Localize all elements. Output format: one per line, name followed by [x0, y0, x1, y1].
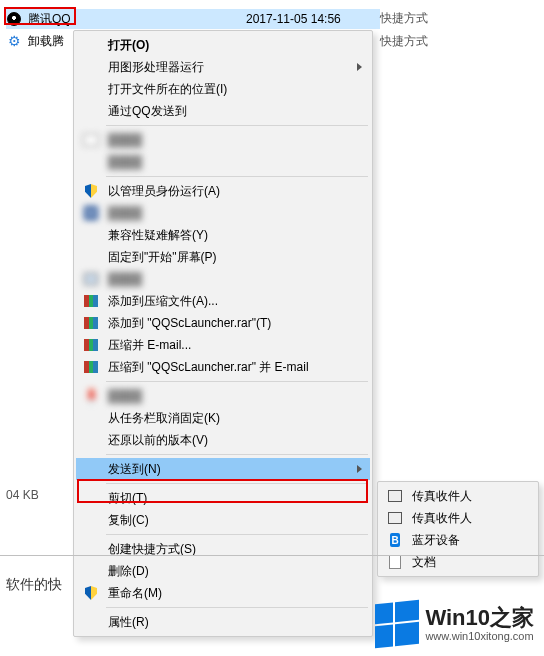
menu-open[interactable]: 打开(O): [76, 34, 370, 56]
menu-pin-start[interactable]: 固定到"开始"屏幕(P): [76, 246, 370, 268]
menu-blurred-2[interactable]: ████: [76, 151, 370, 173]
rar-icon: [82, 358, 100, 376]
menu-compress-email-to[interactable]: 压缩到 "QQScLauncher.rar" 并 E-mail: [76, 356, 370, 378]
file-name: 腾讯QQ: [28, 11, 71, 28]
chevron-right-icon: [357, 63, 362, 71]
menu-copy[interactable]: 复制(C): [76, 509, 370, 531]
bluetooth-icon: B: [386, 531, 404, 549]
menu-unpin-taskbar[interactable]: 从任务栏取消固定(K): [76, 407, 370, 429]
menu-create-shortcut[interactable]: 创建快捷方式(S): [76, 538, 370, 560]
menu-blurred-4[interactable]: ████: [76, 268, 370, 290]
menu-restore-versions[interactable]: 还原以前的版本(V): [76, 429, 370, 451]
separator: [106, 454, 368, 455]
rar-icon: [82, 314, 100, 332]
menu-send-to[interactable]: 发送到(N): [76, 458, 370, 480]
menu-add-rar[interactable]: 添加到 "QQScLauncher.rar"(T): [76, 312, 370, 334]
menu-troubleshoot[interactable]: 兼容性疑难解答(Y): [76, 224, 370, 246]
pin-icon: 📌: [78, 383, 103, 408]
menu-blurred-1[interactable]: ████: [76, 129, 370, 151]
file-date: 2017-11-05 14:56: [246, 12, 341, 26]
menu-compress-email[interactable]: 压缩并 E-mail...: [76, 334, 370, 356]
qq-icon: [6, 11, 22, 27]
file-type: 快捷方式: [380, 33, 428, 50]
rar-icon: [82, 336, 100, 354]
shield-icon: [82, 584, 100, 602]
windows-logo-icon: [375, 600, 419, 649]
separator: [106, 381, 368, 382]
separator: [106, 607, 368, 608]
menu-properties[interactable]: 属性(R): [76, 611, 370, 633]
submenu-fax1[interactable]: 传真收件人: [380, 485, 536, 507]
separator: [106, 176, 368, 177]
movie-icon: [82, 131, 100, 149]
separator: [106, 125, 368, 126]
submenu-fax2[interactable]: 传真收件人: [380, 507, 536, 529]
word-icon: W: [82, 204, 100, 222]
submenu-bluetooth[interactable]: B蓝牙设备: [380, 529, 536, 551]
rar-icon: [82, 292, 100, 310]
menu-blurred-5[interactable]: 📌████: [76, 385, 370, 407]
uninstall-icon: ⚙: [6, 33, 22, 49]
context-menu-main: 打开(O) 用图形处理器运行 打开文件所在的位置(I) 通过QQ发送到 ████…: [73, 30, 373, 637]
watermark-url: www.win10xitong.com: [425, 630, 534, 642]
divider: [0, 555, 544, 556]
shield-icon: [82, 182, 100, 200]
menu-open-location[interactable]: 打开文件所在的位置(I): [76, 78, 370, 100]
file-type: 快捷方式: [380, 10, 428, 27]
background-text: 软件的快: [6, 576, 62, 594]
menu-delete[interactable]: 删除(D): [76, 560, 370, 582]
context-submenu-sendto: 传真收件人 传真收件人 B蓝牙设备 文档: [377, 481, 539, 577]
menu-rename[interactable]: 重命名(M): [76, 582, 370, 604]
fax-icon: [386, 487, 404, 505]
separator: [106, 534, 368, 535]
watermark: Win10之家 www.win10xitong.com: [375, 602, 534, 646]
menu-add-archive[interactable]: 添加到压缩文件(A)...: [76, 290, 370, 312]
chevron-right-icon: [357, 465, 362, 473]
fax-icon: [386, 509, 404, 527]
menu-run-gpu[interactable]: 用图形处理器运行: [76, 56, 370, 78]
menu-send-qq[interactable]: 通过QQ发送到: [76, 100, 370, 122]
menu-cut[interactable]: 剪切(T): [76, 487, 370, 509]
status-size: 04 KB: [0, 484, 45, 506]
menu-blurred-3[interactable]: W████: [76, 202, 370, 224]
pc-icon: [82, 270, 100, 288]
file-name: 卸载腾: [28, 33, 64, 50]
file-row-qq[interactable]: 腾讯QQ 2017-11-05 14:56: [6, 9, 380, 29]
menu-run-admin[interactable]: 以管理员身份运行(A): [76, 180, 370, 202]
watermark-title: Win10之家: [425, 606, 534, 630]
separator: [106, 483, 368, 484]
